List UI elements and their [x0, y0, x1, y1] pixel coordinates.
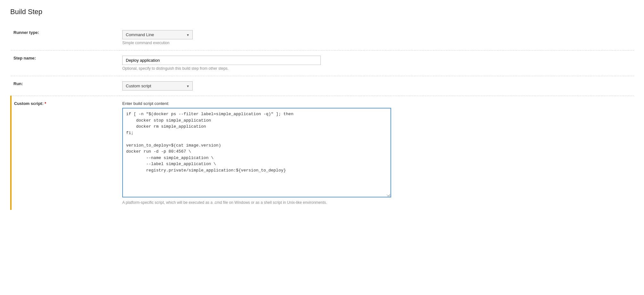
runner-type-hint: Simple command execution: [122, 41, 631, 45]
script-textarea-wrapper: if [ -n "$(docker ps --filter label=simp…: [122, 108, 391, 198]
build-step-form: Runner type: Command Line Simple command…: [10, 25, 634, 210]
step-name-hint: Optional, specify to distinguish this bu…: [122, 66, 631, 71]
page-title: Build Step: [10, 8, 634, 16]
custom-script-row: Custom script: * Enter build script cont…: [11, 96, 634, 210]
run-row: Run: Custom script File: [11, 76, 634, 96]
step-name-label: Step name:: [11, 51, 120, 76]
runner-type-label: Runner type:: [11, 25, 120, 51]
run-cell: Custom script File: [120, 76, 634, 96]
script-content-label: Enter build script content:: [122, 101, 631, 106]
custom-script-textarea[interactable]: if [ -n "$(docker ps --filter label=simp…: [122, 108, 391, 197]
step-name-row: Step name: Optional, specify to distingu…: [11, 51, 634, 76]
custom-script-label: Custom script: *: [11, 96, 120, 210]
resize-icon: ↘: [386, 193, 390, 198]
runner-type-select[interactable]: Command Line: [122, 30, 193, 39]
run-select[interactable]: Custom script File: [122, 81, 193, 91]
step-name-input[interactable]: [122, 56, 321, 65]
custom-script-cell: Enter build script content: if [ -n "$(d…: [120, 96, 634, 210]
runner-type-row: Runner type: Command Line Simple command…: [11, 25, 634, 51]
required-indicator: *: [44, 101, 46, 106]
runner-type-cell: Command Line Simple command execution: [120, 25, 634, 51]
runner-type-select-wrapper: Command Line: [122, 30, 193, 39]
step-name-cell: Optional, specify to distinguish this bu…: [120, 51, 634, 76]
run-select-wrapper: Custom script File: [122, 81, 193, 91]
custom-script-hint: A platform-specific script, which will b…: [122, 200, 398, 205]
run-label: Run:: [11, 76, 120, 96]
